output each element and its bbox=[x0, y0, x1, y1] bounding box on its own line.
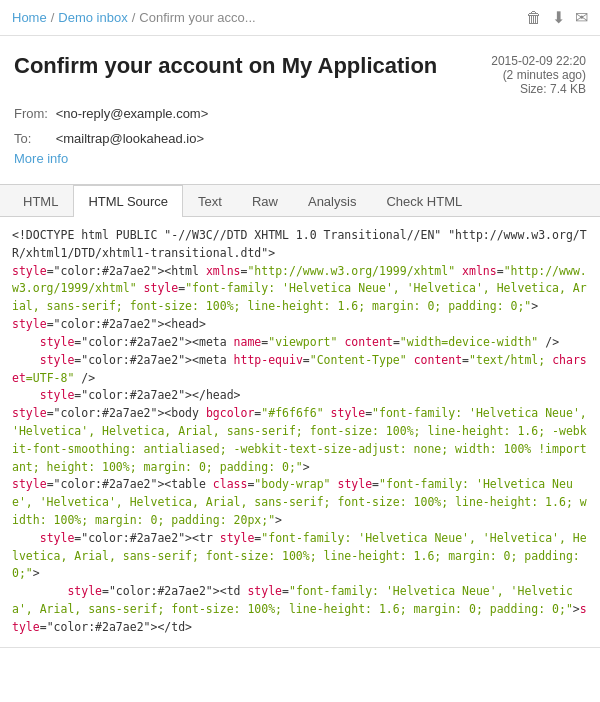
email-meta: 2015-02-09 22:20 (2 minutes ago) Size: 7… bbox=[491, 54, 586, 96]
more-info-link[interactable]: More info bbox=[14, 151, 68, 166]
tab-check-html[interactable]: Check HTML bbox=[371, 185, 477, 217]
tab-analysis[interactable]: Analysis bbox=[293, 185, 371, 217]
breadcrumb-inbox[interactable]: Demo inbox bbox=[58, 10, 127, 25]
email-date: 2015-02-09 22:20 bbox=[491, 54, 586, 68]
to-label: To: bbox=[14, 131, 52, 146]
email-title-row: Confirm your account on My Application 2… bbox=[14, 52, 586, 96]
tab-html-source[interactable]: HTML Source bbox=[73, 185, 183, 217]
tab-text[interactable]: Text bbox=[183, 185, 237, 217]
breadcrumb-sep1: / bbox=[51, 10, 55, 25]
from-label: From: bbox=[14, 106, 52, 121]
tab-html[interactable]: HTML bbox=[8, 185, 73, 217]
tabs-bar: HTML HTML Source Text Raw Analysis Check… bbox=[0, 184, 600, 217]
email-header: Confirm your account on My Application 2… bbox=[0, 36, 600, 176]
forward-icon[interactable]: ✉ bbox=[575, 8, 588, 27]
email-to: To: <mailtrap@lookahead.io> bbox=[14, 131, 586, 146]
breadcrumb-current: Confirm your acco... bbox=[139, 10, 255, 25]
email-subject: Confirm your account on My Application bbox=[14, 52, 481, 81]
tab-raw[interactable]: Raw bbox=[237, 185, 293, 217]
to-value: <mailtrap@lookahead.io> bbox=[56, 131, 204, 146]
breadcrumb: Home / Demo inbox / Confirm your acco... bbox=[12, 10, 256, 25]
email-from: From: <no-reply@example.com> bbox=[14, 106, 586, 121]
download-icon[interactable]: ⬇ bbox=[552, 8, 565, 27]
breadcrumb-sep2: / bbox=[132, 10, 136, 25]
from-value: <no-reply@example.com> bbox=[56, 106, 209, 121]
email-ago: (2 minutes ago) bbox=[491, 68, 586, 82]
breadcrumb-home[interactable]: Home bbox=[12, 10, 47, 25]
email-size: Size: 7.4 KB bbox=[491, 82, 586, 96]
code-area: <!DOCTYPE html PUBLIC "-//W3C//DTD XHTML… bbox=[0, 217, 600, 648]
top-nav: Home / Demo inbox / Confirm your acco...… bbox=[0, 0, 600, 36]
nav-icons: 🗑 ⬇ ✉ bbox=[526, 8, 588, 27]
trash-icon[interactable]: 🗑 bbox=[526, 9, 542, 27]
